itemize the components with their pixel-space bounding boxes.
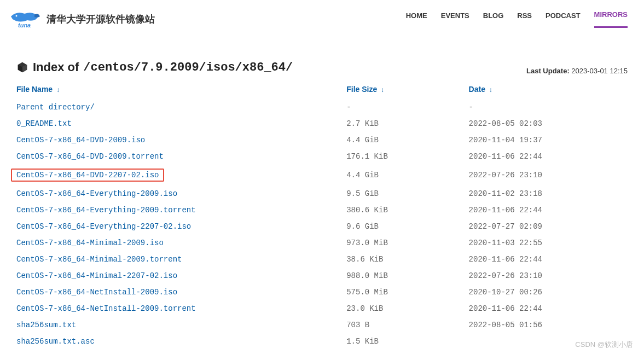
file-date: 2022-07-27 02:09 [469,218,628,235]
column-header-name[interactable]: File Name ↓ [16,80,346,99]
sort-down-icon: ↓ [56,86,60,94]
file-size: 575.0 MiB [346,284,468,300]
table-row: CentOS-7-x86_64-Minimal-2009.torrent38.6… [16,251,628,268]
file-size: 176.1 KiB [346,148,468,165]
svg-text:tuna: tuna [18,22,31,28]
nav-item-mirrors[interactable]: MIRRORS [594,10,628,28]
file-date: - [469,99,628,115]
table-row: CentOS-7-x86_64-DVD-2009.iso4.4 GiB2020-… [16,132,628,148]
file-link[interactable]: CentOS-7-x86_64-NetInstall-2009.iso [16,288,177,297]
file-size: 2.7 KiB [346,115,468,132]
table-row: CentOS-7-x86_64-DVD-2207-02.iso4.4 GiB20… [16,165,628,185]
cube-icon [16,61,28,73]
page-title: Index of /centos/7.9.2009/isos/x86_64/ [16,60,293,74]
file-size: 4.4 GiB [346,165,468,185]
file-date: 2020-11-06 22:44 [469,300,628,317]
last-update-label: Last Update: [526,67,570,75]
site-title: 清华大学开源软件镜像站 [47,13,155,26]
file-date: 2022-07-26 23:10 [469,165,628,185]
table-row: CentOS-7-x86_64-Minimal-2207-02.iso988.0… [16,268,628,284]
title-prefix: Index of [33,60,79,74]
file-link[interactable]: Parent directory/ [16,103,95,112]
nav-item-blog[interactable]: BLOG [483,11,504,27]
nav-item-events[interactable]: EVENTS [441,11,469,27]
main-nav: HOMEEVENTSBLOGRSSPODCASTMIRRORS [406,10,628,28]
file-link[interactable]: CentOS-7-x86_64-DVD-2207-02.iso [11,169,164,182]
file-date: 2022-08-05 01:56 [469,317,628,333]
table-row: CentOS-7-x86_64-DVD-2009.torrent176.1 Ki… [16,148,628,165]
file-link[interactable]: CentOS-7-x86_64-Minimal-2009.iso [16,239,164,247]
table-row: CentOS-7-x86_64-NetInstall-2009.iso575.0… [16,284,628,300]
last-update: Last Update: 2023-03-01 12:15 [526,67,628,75]
file-date: 2020-11-06 22:44 [469,148,628,165]
file-date: 2020-11-06 22:44 [469,251,628,268]
file-link[interactable]: CentOS-7-x86_64-Minimal-2009.torrent [16,255,182,264]
last-update-value: 2023-03-01 12:15 [571,67,628,75]
file-size: 988.0 MiB [346,268,468,284]
file-size: 38.6 KiB [346,251,468,268]
file-table-body: Parent directory/--0_README.txt2.7 KiB20… [16,99,628,350]
file-size: 4.4 GiB [346,132,468,148]
table-row: CentOS-7-x86_64-NetInstall-2009.torrent2… [16,300,628,317]
svg-point-0 [16,15,18,17]
title-path: /centos/7.9.2009/isos/x86_64/ [83,61,293,74]
file-date: 2020-10-27 00:26 [469,284,628,300]
file-link[interactable]: CentOS-7-x86_64-Everything-2009.iso [16,189,177,198]
file-size: 703 B [346,317,468,333]
table-row: 0_README.txt2.7 KiB2022-08-05 02:03 [16,115,628,132]
file-size: 23.0 KiB [346,300,468,317]
file-table: File Name ↓ File Size ↓ Date ↓ Parent di… [16,80,628,350]
file-size: 973.0 MiB [346,235,468,251]
file-link[interactable]: CentOS-7-x86_64-Minimal-2207-02.iso [16,271,177,280]
nav-item-podcast[interactable]: PODCAST [546,11,581,27]
file-size: 1.5 KiB [346,333,468,350]
tuna-logo-icon: tuna [8,8,41,30]
column-header-size[interactable]: File Size ↓ [346,80,468,99]
file-size: 380.6 KiB [346,202,468,218]
column-header-date[interactable]: Date ↓ [469,80,628,99]
file-link[interactable]: CentOS-7-x86_64-DVD-2009.iso [16,136,145,144]
watermark: CSDN @软测小唐 [575,340,633,350]
file-date: 2020-11-04 19:37 [469,132,628,148]
file-link[interactable]: sha256sum.txt.asc [16,337,95,346]
file-date: 2020-11-03 22:55 [469,235,628,251]
table-row: sha256sum.txt703 B2022-08-05 01:56 [16,317,628,333]
table-row: CentOS-7-x86_64-Everything-2009.iso9.5 G… [16,185,628,202]
file-link[interactable]: sha256sum.txt [16,321,76,329]
file-link[interactable]: CentOS-7-x86_64-NetInstall-2009.torrent [16,304,196,313]
brand[interactable]: tuna 清华大学开源软件镜像站 [8,8,155,30]
file-size: 9.5 GiB [346,185,468,202]
header: tuna 清华大学开源软件镜像站 HOMEEVENTSBLOGRSSPODCAS… [0,0,644,36]
table-row: sha256sum.txt.asc1.5 KiB [16,333,628,350]
nav-item-home[interactable]: HOME [406,11,427,27]
table-row: Parent directory/-- [16,99,628,115]
nav-item-rss[interactable]: RSS [517,11,532,27]
file-size: - [346,99,468,115]
file-date: 2020-11-02 23:18 [469,185,628,202]
table-row: CentOS-7-x86_64-Everything-2207-02.iso9.… [16,218,628,235]
file-date: 2020-11-06 22:44 [469,202,628,218]
file-link[interactable]: CentOS-7-x86_64-Everything-2207-02.iso [16,222,191,231]
file-size: 9.6 GiB [346,218,468,235]
sort-down-icon: ↓ [489,86,492,94]
file-link[interactable]: 0_README.txt [16,119,72,128]
table-row: CentOS-7-x86_64-Everything-2009.torrent3… [16,202,628,218]
content: Index of /centos/7.9.2009/isos/x86_64/ L… [0,36,644,350]
table-row: CentOS-7-x86_64-Minimal-2009.iso973.0 Mi… [16,235,628,251]
file-link[interactable]: CentOS-7-x86_64-DVD-2009.torrent [16,152,164,161]
file-link[interactable]: CentOS-7-x86_64-Everything-2009.torrent [16,206,196,214]
sort-down-icon: ↓ [381,86,384,94]
file-date: 2022-08-05 02:03 [469,115,628,132]
file-date: 2022-07-26 23:10 [469,268,628,284]
